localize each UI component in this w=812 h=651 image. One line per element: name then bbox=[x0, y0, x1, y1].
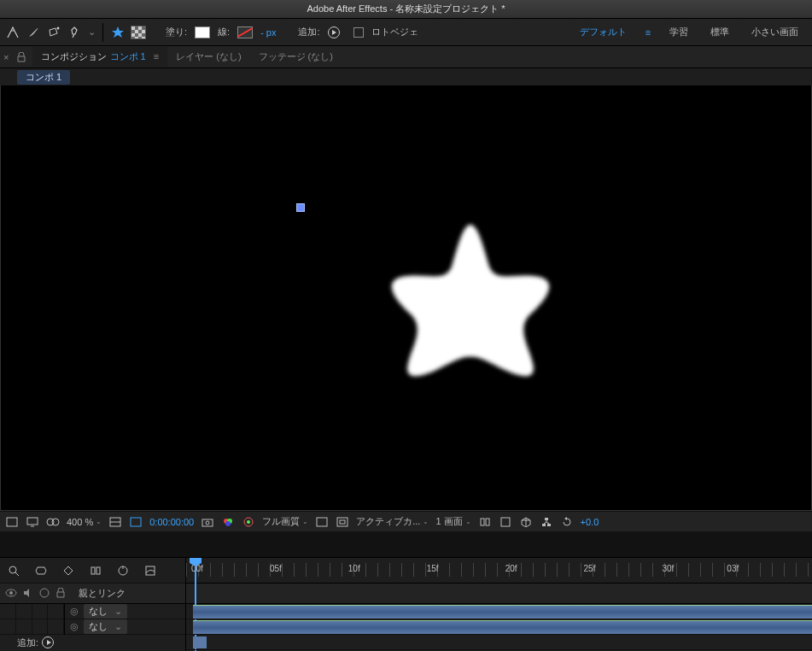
title-bar: Adobe After Effects - 名称未設定プロジェクト * bbox=[0, 0, 812, 19]
lock-col-icon[interactable] bbox=[56, 588, 68, 600]
pickwhip-icon[interactable]: ◎ bbox=[70, 606, 79, 617]
region-icon[interactable] bbox=[129, 515, 143, 529]
lock-icon[interactable] bbox=[14, 50, 29, 65]
grid-btn-icon[interactable] bbox=[315, 515, 329, 529]
fill-label: 塗り: bbox=[166, 26, 187, 38]
parent-link-header: 親とリンク bbox=[73, 587, 126, 600]
mask-icon[interactable] bbox=[46, 515, 60, 529]
star-tool-icon[interactable] bbox=[110, 25, 126, 40]
views-dropdown[interactable]: 1 画面⌄ bbox=[435, 515, 470, 528]
close-tab-icon[interactable]: × bbox=[3, 52, 9, 62]
timeline-panel: 親とリンク ◎ なし ◎ なし 追加: 00f 05f 10f 15f 20f … bbox=[0, 557, 812, 651]
parent-dropdown-1[interactable]: なし bbox=[84, 604, 127, 619]
workspace-small[interactable]: 小さい画面 bbox=[743, 26, 807, 38]
comp-mini-icon[interactable] bbox=[32, 563, 50, 578]
fast-preview-icon[interactable] bbox=[499, 515, 512, 529]
rotobezier-checkbox[interactable] bbox=[353, 27, 364, 38]
snapshot-icon[interactable] bbox=[201, 515, 214, 529]
frame-blend-icon[interactable] bbox=[87, 563, 104, 578]
add-menu-icon[interactable] bbox=[42, 636, 54, 648]
svg-rect-9 bbox=[202, 519, 213, 526]
timeline-toolbar bbox=[0, 558, 185, 584]
layer-row-2[interactable]: ◎ なし bbox=[0, 619, 185, 635]
svg-rect-19 bbox=[481, 519, 484, 525]
flowchart-icon[interactable] bbox=[540, 515, 553, 529]
hamburger-icon[interactable]: ≡ bbox=[640, 25, 656, 40]
svg-rect-17 bbox=[337, 518, 348, 526]
breadcrumb-comp[interactable]: コンポ 1 bbox=[17, 70, 70, 85]
svg-rect-2 bbox=[27, 518, 38, 525]
fill-swatch[interactable] bbox=[195, 26, 210, 38]
stroke-label: 線: bbox=[218, 26, 230, 38]
svg-rect-18 bbox=[340, 520, 345, 524]
ruler-labels: 00f 05f 10f 15f 20f 25f 30f 03f bbox=[186, 564, 812, 573]
transparency-toggle[interactable] bbox=[131, 26, 146, 39]
star-shape[interactable] bbox=[375, 214, 566, 398]
svg-point-15 bbox=[247, 520, 250, 524]
parent-dropdown-2[interactable]: なし bbox=[84, 619, 127, 634]
workspace-learn[interactable]: 学習 bbox=[661, 26, 697, 38]
svg-point-5 bbox=[52, 519, 59, 525]
camera-dropdown[interactable]: アクティブカ...⌄ bbox=[356, 515, 429, 528]
search-icon[interactable] bbox=[5, 563, 22, 578]
pickwhip-icon[interactable]: ◎ bbox=[70, 621, 79, 632]
audio-col-icon[interactable] bbox=[22, 588, 34, 600]
monitor-icon[interactable] bbox=[26, 515, 39, 529]
reset-exposure-icon[interactable] bbox=[560, 515, 574, 529]
3d-icon[interactable] bbox=[519, 515, 533, 529]
track-row-2[interactable] bbox=[186, 619, 812, 635]
visibility-col-icon[interactable] bbox=[5, 588, 17, 600]
zoom-dropdown[interactable]: 400 %⌄ bbox=[67, 517, 102, 527]
roto-tool-icon[interactable] bbox=[46, 25, 61, 40]
track-row-1[interactable] bbox=[186, 604, 812, 619]
timecode-display[interactable]: 0:00:00:00 bbox=[149, 517, 194, 527]
workspace-default[interactable]: デフォルト bbox=[571, 26, 635, 38]
guides-btn-icon[interactable] bbox=[336, 515, 349, 529]
time-ruler[interactable]: 00f 05f 10f 15f 20f 25f 30f 03f bbox=[186, 558, 812, 584]
viewer-footer: 400 %⌄ 0:00:00:00 フル画質⌄ アクティブカ...⌄ 1 画面⌄… bbox=[0, 511, 812, 531]
quality-dropdown[interactable]: フル画質⌄ bbox=[262, 515, 308, 528]
svg-rect-23 bbox=[542, 524, 546, 526]
stroke-width[interactable]: - px bbox=[260, 27, 276, 38]
puppet-tool-icon[interactable] bbox=[5, 25, 20, 40]
stroke-swatch[interactable] bbox=[237, 26, 253, 38]
channel-icon[interactable] bbox=[221, 515, 235, 529]
track-row-3[interactable] bbox=[186, 635, 812, 650]
svg-point-33 bbox=[9, 591, 13, 595]
svg-rect-28 bbox=[96, 567, 100, 574]
panel-tab-bar: × コンポジション コンポ 1 ≡ レイヤー (なし) フッテージ (なし) bbox=[0, 46, 812, 68]
breadcrumb-row: コンポ 1 bbox=[0, 68, 812, 85]
tab-layer[interactable]: レイヤー (なし) bbox=[167, 47, 249, 67]
graph-editor-icon[interactable] bbox=[142, 563, 159, 578]
tab-footage[interactable]: フッテージ (なし) bbox=[250, 47, 342, 67]
chevron-down-icon[interactable]: ⌄ bbox=[87, 25, 96, 40]
resolution-icon[interactable] bbox=[108, 515, 122, 529]
svg-rect-1 bbox=[7, 518, 17, 526]
add-menu-icon[interactable] bbox=[328, 26, 340, 38]
shy-icon[interactable] bbox=[60, 563, 77, 578]
alpha-icon[interactable] bbox=[5, 515, 19, 529]
panel-gap bbox=[0, 531, 812, 557]
svg-point-34 bbox=[40, 589, 49, 597]
workspace-standard[interactable]: 標準 bbox=[702, 26, 738, 38]
tab-composition[interactable]: コンポジション コンポ 1 ≡ bbox=[32, 47, 167, 67]
solo-col-icon[interactable] bbox=[39, 588, 51, 600]
exposure-value[interactable]: +0.0 bbox=[581, 517, 599, 527]
composition-viewer[interactable] bbox=[0, 85, 812, 511]
timeline-add-row[interactable]: 追加: bbox=[0, 635, 185, 650]
pin-tool-icon[interactable] bbox=[67, 25, 82, 40]
svg-rect-24 bbox=[547, 524, 551, 526]
svg-rect-16 bbox=[317, 518, 327, 526]
playhead[interactable] bbox=[190, 558, 202, 584]
timeline-header: 親とリンク bbox=[0, 584, 185, 604]
svg-line-26 bbox=[15, 572, 19, 576]
svg-rect-22 bbox=[545, 518, 548, 520]
brush-tool-icon[interactable] bbox=[26, 25, 41, 40]
selection-handle[interactable] bbox=[296, 203, 305, 212]
svg-point-25 bbox=[9, 566, 16, 573]
pixel-aspect-icon[interactable] bbox=[478, 515, 492, 529]
svg-rect-20 bbox=[486, 519, 489, 525]
color-mgmt-icon[interactable] bbox=[242, 515, 255, 529]
motion-blur-icon[interactable] bbox=[114, 563, 131, 578]
layer-row-1[interactable]: ◎ なし bbox=[0, 604, 185, 619]
